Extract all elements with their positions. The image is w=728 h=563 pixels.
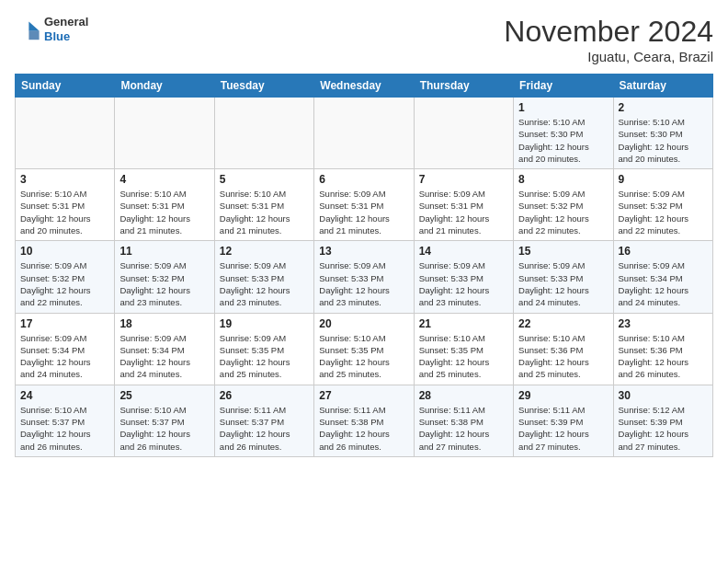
day-number: 6 [319, 173, 408, 186]
day-cell: 23Sunrise: 5:10 AM Sunset: 5:36 PM Dayli… [613, 313, 712, 385]
day-number: 25 [119, 389, 209, 402]
header-day-thursday: Thursday [414, 75, 513, 98]
day-cell [115, 98, 214, 169]
day-cell: 25Sunrise: 5:10 AM Sunset: 5:37 PM Dayli… [115, 385, 214, 456]
header-row: SundayMondayTuesdayWednesdayThursdayFrid… [16, 75, 713, 98]
day-info: Sunrise: 5:10 AM Sunset: 5:30 PM Dayligh… [518, 116, 608, 165]
day-info: Sunrise: 5:10 AM Sunset: 5:35 PM Dayligh… [319, 332, 408, 381]
day-info: Sunrise: 5:09 AM Sunset: 5:33 PM Dayligh… [319, 259, 408, 308]
page-header: General Blue November 2024 Iguatu, Ceara… [15, 15, 713, 64]
day-number: 15 [518, 245, 608, 258]
day-number: 11 [119, 245, 209, 258]
header-day-monday: Monday [115, 75, 214, 98]
day-cell: 26Sunrise: 5:11 AM Sunset: 5:37 PM Dayli… [214, 385, 313, 456]
day-number: 17 [20, 317, 109, 330]
day-info: Sunrise: 5:09 AM Sunset: 5:35 PM Dayligh… [220, 332, 309, 381]
day-cell [16, 98, 115, 169]
day-info: Sunrise: 5:12 AM Sunset: 5:39 PM Dayligh… [619, 404, 708, 453]
header-day-tuesday: Tuesday [214, 75, 313, 98]
svg-marker-2 [28, 30, 39, 40]
day-cell: 11Sunrise: 5:09 AM Sunset: 5:32 PM Dayli… [115, 241, 214, 313]
day-info: Sunrise: 5:10 AM Sunset: 5:36 PM Dayligh… [619, 332, 708, 381]
day-cell: 14Sunrise: 5:09 AM Sunset: 5:33 PM Dayli… [414, 241, 513, 313]
day-cell: 21Sunrise: 5:10 AM Sunset: 5:35 PM Dayli… [414, 313, 513, 385]
day-number: 20 [319, 317, 408, 330]
day-number: 28 [419, 389, 508, 402]
day-info: Sunrise: 5:09 AM Sunset: 5:31 PM Dayligh… [319, 188, 408, 236]
day-info: Sunrise: 5:09 AM Sunset: 5:33 PM Dayligh… [419, 259, 508, 308]
day-number: 22 [518, 317, 608, 330]
day-number: 30 [619, 389, 708, 402]
calendar-body: 1Sunrise: 5:10 AM Sunset: 5:30 PM Daylig… [16, 98, 713, 457]
day-info: Sunrise: 5:09 AM Sunset: 5:34 PM Dayligh… [119, 332, 209, 381]
day-cell: 2Sunrise: 5:10 AM Sunset: 5:30 PM Daylig… [613, 98, 712, 169]
logo: General Blue [15, 15, 88, 43]
day-info: Sunrise: 5:10 AM Sunset: 5:31 PM Dayligh… [220, 188, 309, 236]
week-row-5: 24Sunrise: 5:10 AM Sunset: 5:37 PM Dayli… [16, 385, 713, 456]
day-info: Sunrise: 5:11 AM Sunset: 5:39 PM Dayligh… [518, 404, 608, 453]
day-info: Sunrise: 5:10 AM Sunset: 5:37 PM Dayligh… [119, 404, 209, 453]
day-cell: 29Sunrise: 5:11 AM Sunset: 5:39 PM Dayli… [514, 385, 613, 456]
day-number: 3 [20, 173, 109, 186]
day-number: 29 [518, 389, 608, 402]
calendar-table: SundayMondayTuesdayWednesdayThursdayFrid… [15, 74, 713, 457]
day-cell: 20Sunrise: 5:10 AM Sunset: 5:35 PM Dayli… [314, 313, 414, 385]
header-day-saturday: Saturday [613, 75, 712, 98]
day-cell: 17Sunrise: 5:09 AM Sunset: 5:34 PM Dayli… [16, 313, 115, 385]
day-number: 24 [20, 389, 109, 402]
day-number: 1 [518, 101, 608, 114]
day-number: 16 [619, 245, 708, 258]
day-info: Sunrise: 5:09 AM Sunset: 5:32 PM Dayligh… [119, 259, 209, 308]
day-info: Sunrise: 5:10 AM Sunset: 5:35 PM Dayligh… [419, 332, 508, 381]
day-number: 7 [419, 173, 508, 186]
day-cell: 13Sunrise: 5:09 AM Sunset: 5:33 PM Dayli… [314, 241, 414, 313]
header-day-wednesday: Wednesday [314, 75, 414, 98]
day-info: Sunrise: 5:09 AM Sunset: 5:33 PM Dayligh… [518, 259, 608, 308]
day-info: Sunrise: 5:09 AM Sunset: 5:34 PM Dayligh… [20, 332, 109, 381]
day-info: Sunrise: 5:11 AM Sunset: 5:38 PM Dayligh… [419, 404, 508, 453]
day-number: 4 [119, 173, 209, 186]
day-cell: 27Sunrise: 5:11 AM Sunset: 5:38 PM Dayli… [314, 385, 414, 456]
day-info: Sunrise: 5:10 AM Sunset: 5:31 PM Dayligh… [20, 188, 109, 236]
day-info: Sunrise: 5:09 AM Sunset: 5:31 PM Dayligh… [419, 188, 508, 236]
day-cell: 7Sunrise: 5:09 AM Sunset: 5:31 PM Daylig… [414, 169, 513, 241]
day-cell: 5Sunrise: 5:10 AM Sunset: 5:31 PM Daylig… [214, 169, 313, 241]
day-cell: 3Sunrise: 5:10 AM Sunset: 5:31 PM Daylig… [16, 169, 115, 241]
day-info: Sunrise: 5:10 AM Sunset: 5:37 PM Dayligh… [20, 404, 109, 453]
day-info: Sunrise: 5:09 AM Sunset: 5:34 PM Dayligh… [619, 259, 708, 308]
header-day-friday: Friday [514, 75, 613, 98]
day-cell: 19Sunrise: 5:09 AM Sunset: 5:35 PM Dayli… [214, 313, 313, 385]
day-cell: 4Sunrise: 5:10 AM Sunset: 5:31 PM Daylig… [115, 169, 214, 241]
week-row-3: 10Sunrise: 5:09 AM Sunset: 5:32 PM Dayli… [16, 241, 713, 313]
day-cell: 8Sunrise: 5:09 AM Sunset: 5:32 PM Daylig… [514, 169, 613, 241]
day-cell [414, 98, 513, 169]
day-cell: 1Sunrise: 5:10 AM Sunset: 5:30 PM Daylig… [514, 98, 613, 169]
day-cell [214, 98, 313, 169]
day-number: 8 [518, 173, 608, 186]
day-number: 2 [619, 101, 708, 114]
day-number: 9 [619, 173, 708, 186]
day-cell: 18Sunrise: 5:09 AM Sunset: 5:34 PM Dayli… [115, 313, 214, 385]
day-number: 10 [20, 245, 109, 258]
day-cell: 22Sunrise: 5:10 AM Sunset: 5:36 PM Dayli… [514, 313, 613, 385]
day-number: 14 [419, 245, 508, 258]
day-number: 18 [119, 317, 209, 330]
title-block: November 2024 Iguatu, Ceara, Brazil [504, 15, 713, 64]
day-number: 12 [220, 245, 309, 258]
day-number: 21 [419, 317, 508, 330]
day-cell [314, 98, 414, 169]
day-number: 27 [319, 389, 408, 402]
day-cell: 9Sunrise: 5:09 AM Sunset: 5:32 PM Daylig… [613, 169, 712, 241]
week-row-2: 3Sunrise: 5:10 AM Sunset: 5:31 PM Daylig… [16, 169, 713, 241]
page-subtitle: Iguatu, Ceara, Brazil [504, 49, 713, 64]
day-cell: 16Sunrise: 5:09 AM Sunset: 5:34 PM Dayli… [613, 241, 712, 313]
week-row-1: 1Sunrise: 5:10 AM Sunset: 5:30 PM Daylig… [16, 98, 713, 169]
day-info: Sunrise: 5:09 AM Sunset: 5:32 PM Dayligh… [619, 188, 708, 236]
day-number: 23 [619, 317, 708, 330]
day-number: 19 [220, 317, 309, 330]
day-info: Sunrise: 5:11 AM Sunset: 5:37 PM Dayligh… [220, 404, 309, 453]
day-cell: 6Sunrise: 5:09 AM Sunset: 5:31 PM Daylig… [314, 169, 414, 241]
day-cell: 15Sunrise: 5:09 AM Sunset: 5:33 PM Dayli… [514, 241, 613, 313]
day-cell: 30Sunrise: 5:12 AM Sunset: 5:39 PM Dayli… [613, 385, 712, 456]
day-cell: 12Sunrise: 5:09 AM Sunset: 5:33 PM Dayli… [214, 241, 313, 313]
